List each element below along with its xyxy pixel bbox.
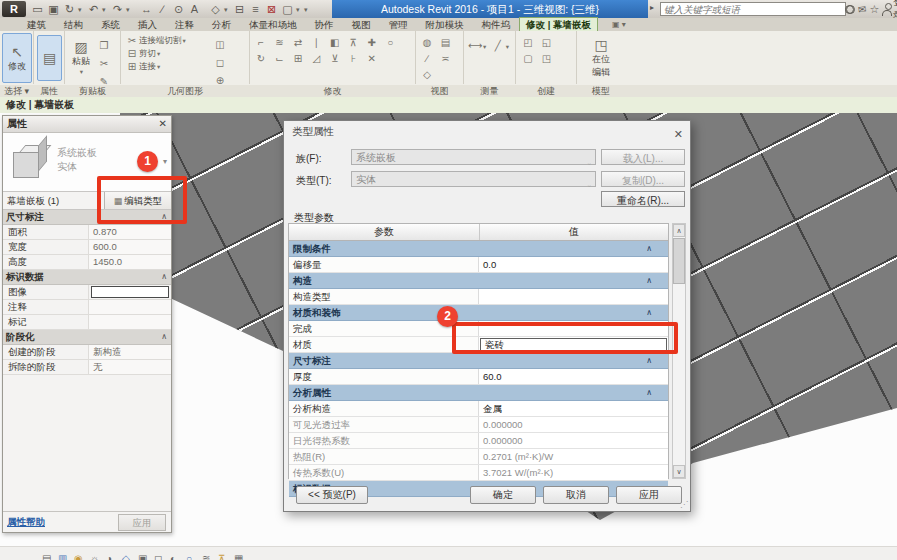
scroll-up-icon[interactable]: ∧ xyxy=(673,224,685,237)
sync-icon[interactable]: ↻ xyxy=(62,2,77,17)
search-input[interactable] xyxy=(660,2,846,16)
render-icon[interactable]: ◇ xyxy=(122,553,130,560)
remove-coping-icon[interactable]: ◻ xyxy=(213,56,227,69)
create-parts-icon[interactable]: ◳ xyxy=(539,52,553,65)
apply-button-disabled[interactable]: 应用 xyxy=(118,514,166,531)
revit-logo-icon[interactable]: R xyxy=(2,1,26,17)
redo-dropdown-icon[interactable]: ▾ xyxy=(126,2,133,17)
customize-qat-icon[interactable]: ▾ xyxy=(304,2,311,17)
aligned-dimension-icon[interactable]: ∕ xyxy=(155,2,170,17)
param-row[interactable]: 构造类型 xyxy=(289,289,668,305)
ribbon-display-toggle-icon[interactable]: ▣ ▾ xyxy=(612,18,626,31)
scale-control-icon[interactable]: ▤ xyxy=(42,553,51,560)
resize-grip[interactable]: ⋰ xyxy=(680,500,688,509)
close-icon[interactable]: ✕ xyxy=(159,116,167,132)
tab-component-dock[interactable]: 构件坞 xyxy=(473,18,520,31)
tab-modify-curtain-panel[interactable]: 修改 | 幕墙嵌板 xyxy=(519,17,598,31)
section-row[interactable]: 限制条件∧ xyxy=(289,241,668,257)
switch-windows-icon[interactable]: ▢ xyxy=(280,2,295,17)
pin-icon[interactable]: ⊼ xyxy=(346,36,360,49)
align-icon[interactable]: ⌐ xyxy=(254,36,268,49)
scroll-thumb[interactable] xyxy=(673,238,685,284)
delete-icon[interactable]: ✕ xyxy=(365,52,379,65)
extend-icon[interactable]: ⊦ xyxy=(346,52,360,65)
section-row[interactable]: 构造∧ xyxy=(289,273,668,289)
panel-label-select[interactable]: 选择 ▾ xyxy=(0,85,33,97)
create-group-icon[interactable]: ◰ xyxy=(521,36,535,49)
switch-windows-dropdown-icon[interactable]: ▾ xyxy=(296,2,303,17)
redo-icon[interactable]: ↷ xyxy=(110,2,125,17)
tag-icon[interactable]: ⊙ xyxy=(171,2,186,17)
copy-icon[interactable]: ❐ xyxy=(97,39,111,52)
dimension-icon[interactable]: ╱ xyxy=(491,39,505,52)
dialog-close-icon[interactable]: ✕ xyxy=(674,124,683,144)
crop-view-icon[interactable]: ▣ xyxy=(138,553,147,560)
sun-path-icon[interactable]: ☼ xyxy=(90,553,99,560)
reveal-hidden-icon[interactable]: ○ xyxy=(186,553,192,560)
tab-addins[interactable]: 附加模块 xyxy=(417,18,473,31)
section-row[interactable]: 分析属性∧ xyxy=(289,385,668,401)
type-dropdown[interactable]: 实体⌄ xyxy=(351,171,596,187)
split-icon[interactable]: ◧ xyxy=(328,36,342,49)
property-row[interactable]: 标记 xyxy=(3,315,171,330)
override-icon[interactable]: ≍ xyxy=(438,52,452,65)
duplicate-button[interactable]: 复制(D)... xyxy=(601,171,685,187)
dialog-title-bar[interactable]: 类型属性 ✕ xyxy=(284,121,690,141)
properties-toggle-button[interactable]: ▤ xyxy=(37,35,62,81)
temporary-hide-icon[interactable]: ◐ xyxy=(170,553,176,560)
edit-inplace-button[interactable]: ◳ 在位 编辑 xyxy=(583,33,619,82)
tab-massing-site[interactable]: 体量和场地 xyxy=(240,18,306,31)
detail-level-icon[interactable]: ▥ xyxy=(58,553,67,560)
param-row[interactable]: 偏移量0.0 xyxy=(289,257,668,273)
undo-dropdown-icon[interactable]: ▾ xyxy=(102,2,109,17)
save-icon[interactable]: ▣ xyxy=(46,2,61,17)
cut-geometry-button[interactable]: ⊟剪切▾ xyxy=(125,47,186,60)
tab-architecture[interactable]: 建筑 xyxy=(18,18,55,31)
linework-icon[interactable]: ∕ xyxy=(420,52,434,65)
default-3d-view-icon[interactable]: ◇ xyxy=(208,2,223,17)
worksharing-icon[interactable]: ≋ xyxy=(202,553,210,560)
join-end-cut-button[interactable]: ✂连接端切割▾ xyxy=(125,34,186,47)
close-hidden-windows-icon[interactable]: ⊠ xyxy=(264,2,279,17)
modify-tool-button[interactable]: ↖ 修改 xyxy=(2,33,32,83)
tab-insert[interactable]: 插入 xyxy=(129,18,166,31)
section-row[interactable]: 阶段化∧ xyxy=(3,330,171,345)
preview-button[interactable]: << 预览(P) xyxy=(296,486,368,504)
param-row[interactable]: 分析构造金属 xyxy=(289,401,668,417)
tab-annotate[interactable]: 注释 xyxy=(166,18,203,31)
move-icon[interactable]: ✚ xyxy=(365,36,379,49)
property-row-image[interactable]: 图像 xyxy=(3,285,171,300)
search-help-icon[interactable] xyxy=(845,4,855,14)
create-assembly-icon[interactable]: ▢ xyxy=(521,52,535,65)
copy-modify-icon[interactable]: ○ xyxy=(383,36,397,49)
family-dropdown[interactable]: 系统嵌板⌄ xyxy=(351,149,596,165)
tab-analyze[interactable]: 分析 xyxy=(203,18,240,31)
measure-length-icon[interactable]: ⟷ xyxy=(468,39,482,52)
cancel-button[interactable]: 取消 xyxy=(543,486,609,504)
favorites-icon[interactable]: ☆ xyxy=(869,1,879,17)
cut-clipboard-icon[interactable]: ✂ xyxy=(97,57,111,70)
property-row[interactable]: 注释 xyxy=(3,300,171,315)
section-icon[interactable]: ⊟ xyxy=(232,2,247,17)
open-icon[interactable]: ▭ xyxy=(30,2,45,17)
property-row[interactable]: 创建的阶段新构造 xyxy=(3,345,171,360)
offset-icon[interactable]: ≋ xyxy=(272,36,286,49)
param-row[interactable]: 厚度60.0 xyxy=(289,369,668,385)
section-row[interactable]: 标识数据∧ xyxy=(3,270,171,285)
visual-style-icon[interactable]: ◉ xyxy=(74,553,83,560)
section-row[interactable]: 尺寸标注∧ xyxy=(289,353,668,369)
measure-icon[interactable]: ↔ xyxy=(139,2,154,17)
apply-coping-icon[interactable]: ◫ xyxy=(213,38,227,51)
tab-view[interactable]: 视图 xyxy=(343,18,380,31)
array-icon[interactable]: ⊞ xyxy=(291,52,305,65)
tab-structure[interactable]: 结构 xyxy=(55,18,92,31)
thin-lines-icon[interactable]: ≡ xyxy=(248,2,263,17)
create-similar-icon[interactable]: ◱ xyxy=(539,36,553,49)
title-expand-icon[interactable]: ▸ xyxy=(650,3,654,12)
load-button[interactable]: 载入(L)... xyxy=(601,149,685,165)
sync-dropdown-icon[interactable]: ▾ xyxy=(78,2,85,17)
chevron-down-icon[interactable]: ▾ xyxy=(163,157,167,166)
properties-help-link[interactable]: 属性帮助 xyxy=(7,516,45,529)
scale-icon[interactable]: ◿ xyxy=(309,52,323,65)
scroll-down-icon[interactable]: ∨ xyxy=(673,465,685,478)
